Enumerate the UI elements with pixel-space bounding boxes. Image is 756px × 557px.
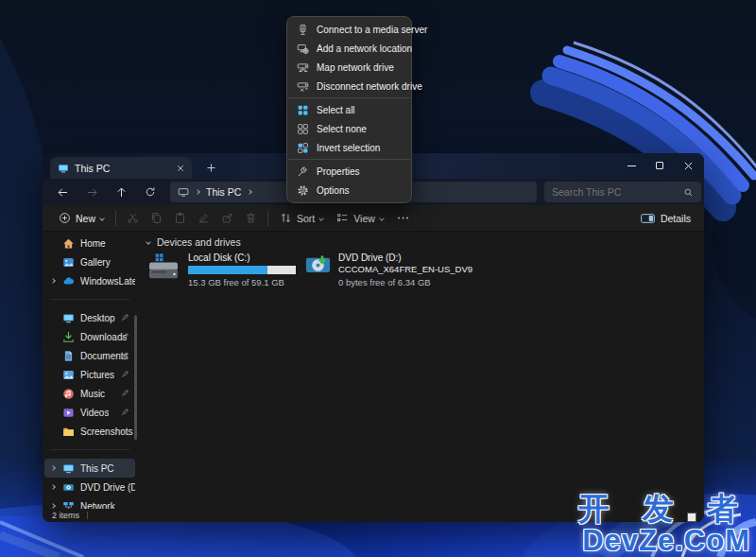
sidebar-item-windowslatest[interactable]: WindowsLatest [44,271,135,290]
new-button-label: New [76,213,95,224]
sidebar-item-gallery[interactable]: Gallery [44,252,135,271]
menu-item-properties[interactable]: Properties [287,162,411,181]
details-button-label: Details [661,213,691,224]
up-button[interactable] [109,182,133,202]
this-pc-icon [62,462,75,475]
view-icon [336,212,349,224]
disconnect-network-drive-icon [297,80,309,93]
view-button-label: View [353,213,375,224]
menu-item-disconnect-network-drive[interactable]: Disconnect network drive [287,77,411,96]
network-location-icon [297,43,309,55]
toolbar-divider [115,211,116,226]
new-tab-button[interactable] [203,160,218,175]
cut-icon [127,212,139,224]
rename-button [192,207,215,230]
sidebar-item-screenshots[interactable]: Screenshots [44,422,135,441]
folder-icon [62,426,75,438]
drive-free-space: 15.3 GB free of 59.1 GB [188,277,296,287]
breadcrumb-location[interactable]: This PC [206,186,241,198]
search-box[interactable] [544,182,701,202]
expand-chevron-icon[interactable] [50,503,56,509]
explorer-window: This PC [43,153,704,522]
sidebar-item-this-pc[interactable]: This PC [44,459,135,478]
copy-icon [150,212,163,224]
menu-item-select-none[interactable]: Select none [287,119,411,138]
disk-usage-bar [188,266,296,274]
pin-icon [121,351,129,359]
close-button[interactable] [674,153,702,178]
section-header-devices-and-drives[interactable]: Devices and drives [146,236,704,248]
menu-item-connect-media-server[interactable]: Connect to a media server [287,20,411,39]
dvd-drive-icon [305,253,331,276]
media-server-icon [297,24,309,36]
computer-icon [178,186,189,198]
invert-selection-icon [297,142,309,154]
music-icon [62,388,75,400]
share-icon [221,212,233,224]
chevron-down-icon [318,216,324,221]
pin-icon [121,313,129,322]
chevron-down-icon [99,216,105,221]
copy-button [145,207,168,230]
menu-item-add-network-location[interactable]: Add a network location [287,39,411,58]
minimize-icon [627,165,636,166]
refresh-button[interactable] [138,182,163,202]
sort-button-label: Sort [297,213,315,224]
gallery-icon [62,256,75,269]
sidebar-item-home[interactable]: Home [44,234,135,252]
menu-item-options[interactable]: Options [287,181,411,200]
pin-icon [121,332,129,340]
maximize-button[interactable] [645,153,674,178]
expand-chevron-icon[interactable] [50,465,56,471]
sidebar-item-music[interactable]: Music [44,384,135,403]
menu-item-select-all[interactable]: Select all [287,100,411,119]
cut-button [121,207,145,230]
desktop-icon [62,312,75,324]
delete-icon [245,212,257,224]
forward-button[interactable] [79,182,104,202]
back-button[interactable] [50,182,75,202]
close-icon [684,162,693,170]
content-pane: Devices and drives [137,232,704,509]
tab-title: This PC [75,163,171,174]
videos-icon [62,407,75,419]
menu-divider [288,159,410,160]
minimize-button[interactable] [617,153,645,178]
menu-divider [288,97,410,98]
sidebar-item-pictures[interactable]: Pictures [44,365,135,384]
nav-buttons [50,182,163,202]
search-input[interactable] [552,186,683,198]
pictures-icon [62,369,75,381]
sort-button[interactable]: Sort [273,207,330,230]
forward-icon [86,186,98,199]
collapse-chevron-icon[interactable] [146,239,151,245]
documents-icon [62,350,75,362]
search-icon [683,187,694,198]
tab-close-icon[interactable] [177,165,184,172]
sidebar-item-videos[interactable]: Videos [44,403,135,422]
new-icon [59,212,71,224]
expand-chevron-icon[interactable] [50,484,56,490]
tab-this-pc[interactable]: This PC [50,157,192,179]
toolbar-divider [267,211,268,226]
menu-item-invert-selection[interactable]: Invert selection [287,138,411,157]
sidebar-item-desktop[interactable]: Desktop [44,308,135,327]
details-button[interactable]: Details [641,213,695,224]
sidebar-scrollbar[interactable] [134,315,137,440]
drive-local-disk-c[interactable]: Local Disk (C:) 15.3 GB free of 59.1 GB [146,251,301,287]
navigation-pane: Home Gallery WindowsLatest Desktop [43,232,137,509]
expand-chevron-icon[interactable] [50,278,56,284]
map-network-drive-icon [297,61,309,74]
drive-dvd-d[interactable]: DVD Drive (D:) CCCOMA_X64FRE_EN-US_DV9 0… [305,251,472,287]
menu-item-map-network-drive[interactable]: Map network drive [287,58,411,77]
plus-icon [207,164,215,172]
paste-button [168,207,192,230]
new-button[interactable]: New [52,207,111,230]
options-icon [297,184,309,197]
sidebar-item-dvd-drive[interactable]: DVD Drive (D:) C [44,478,135,496]
sidebar-item-documents[interactable]: Documents [44,346,135,365]
view-button[interactable]: View [330,207,390,230]
see-more-button[interactable] [390,207,416,230]
sidebar-item-downloads[interactable]: Downloads [44,327,135,346]
this-pc-icon [58,163,69,174]
